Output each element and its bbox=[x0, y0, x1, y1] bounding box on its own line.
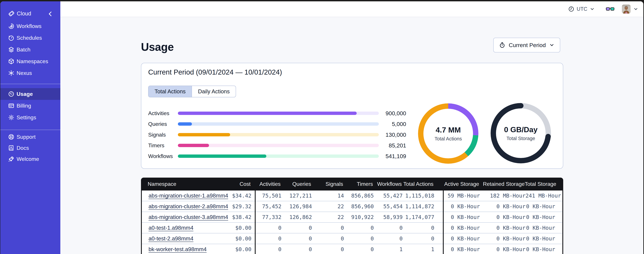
cell-retained_storage: 0 KB-Hour bbox=[480, 214, 526, 220]
cell-activities: 0 bbox=[252, 236, 282, 242]
cell-total_storage: 0 KB-Hour bbox=[526, 246, 555, 252]
cell-signals: 0 bbox=[312, 246, 344, 252]
cell-active_storage: 0 KB-Hour bbox=[434, 214, 480, 220]
cell-total_actions: 1,174,077 bbox=[403, 214, 434, 220]
cell-signals: 14 bbox=[312, 192, 344, 199]
sidebar-item-label: Nexus bbox=[16, 70, 32, 76]
namespace-link[interactable]: abs-migration-cluster-3.a98mm4 bbox=[142, 214, 219, 220]
page-title: Usage bbox=[141, 40, 174, 53]
sidebar-item-welcome[interactable]: Welcome bbox=[0, 154, 60, 164]
cell-signals: 22 bbox=[312, 203, 344, 210]
cell-workflows: 1 bbox=[374, 246, 403, 252]
namespace-link[interactable]: a0-test-2.a98mm4 bbox=[142, 236, 219, 242]
bar-track bbox=[178, 144, 379, 147]
cell-queries: 126,862 bbox=[282, 214, 312, 220]
table-section-divider bbox=[443, 190, 444, 254]
sidebar-item-namespaces[interactable]: Namespaces bbox=[0, 56, 60, 67]
column-header: Activities bbox=[250, 181, 280, 187]
sidebar-item-label: Schedules bbox=[16, 35, 42, 41]
sidebar-item-docs[interactable]: Docs bbox=[0, 142, 60, 154]
cell-retained_storage: 0 KB-Hour bbox=[480, 203, 526, 210]
cell-activities: 0 bbox=[252, 246, 282, 252]
donut-arc-cap bbox=[518, 103, 524, 108]
sidebar-item-label: Settings bbox=[16, 114, 36, 121]
sidebar-item-workflows[interactable]: Workflows bbox=[0, 20, 60, 32]
bar-track bbox=[178, 133, 379, 136]
table-row: a0-test-1.a98mm4$0.000000000 KB-Hour0 KB… bbox=[142, 223, 562, 234]
sidebar-main-nav: Workflows Schedules Batch bbox=[0, 20, 60, 79]
cell-queries: 127,211 bbox=[282, 192, 312, 199]
actions-view-tabs: Total Actions Daily Actions bbox=[148, 86, 236, 97]
cell-total_storage: 0 KB-Hour bbox=[526, 236, 555, 242]
column-header: Cost bbox=[218, 181, 250, 187]
avatar bbox=[622, 4, 630, 14]
usage-summary-card: Current Period (09/01/2024 — 10/01/2024)… bbox=[141, 63, 563, 169]
brand-label: Cloud bbox=[17, 10, 31, 17]
donut-value: 0 GB/Day bbox=[504, 125, 538, 134]
namespace-link[interactable]: abs-migration-cluster-2.a98mm4 bbox=[142, 203, 219, 210]
timezone-label: UTC bbox=[576, 6, 587, 12]
cell-workflows: 55,454 bbox=[374, 203, 403, 210]
column-header: Workflows bbox=[373, 181, 402, 187]
chevron-down-icon bbox=[633, 6, 638, 12]
cell-queries: 126,984 bbox=[282, 203, 312, 210]
cell-timers: 0 bbox=[344, 246, 374, 252]
sidebar-item-nexus[interactable]: Nexus bbox=[0, 67, 60, 79]
tab-total-actions[interactable]: Total Actions bbox=[148, 86, 192, 97]
cell-total_storage: 0 KB-Hour bbox=[526, 225, 555, 231]
nexus-asterisk-icon bbox=[8, 70, 14, 76]
sidebar-item-billing[interactable]: Billing bbox=[0, 100, 60, 112]
cell-active_storage: 0 KB-Hour bbox=[434, 246, 480, 252]
sidebar-item-label: Welcome bbox=[16, 156, 39, 162]
bar-label: Activities bbox=[148, 110, 178, 116]
app-window: Cloud Workflows Schedul bbox=[0, 1, 643, 254]
bar-track bbox=[178, 154, 379, 158]
sidebar-account-nav: Usage Billing Settings bbox=[0, 88, 60, 123]
sidebar-item-usage[interactable]: Usage bbox=[0, 88, 60, 100]
sidebar-item-label: Support bbox=[16, 134, 36, 140]
actions-bar-chart: Activities 900,000 Queries 5,000 Signals… bbox=[148, 108, 406, 162]
cell-total_storage: 241 MB-Hour bbox=[526, 192, 555, 199]
bar-value: 5,000 bbox=[379, 121, 406, 127]
nerd-glasses-button[interactable] bbox=[606, 6, 615, 12]
tab-daily-actions[interactable]: Daily Actions bbox=[192, 86, 236, 97]
donut-arc-cap bbox=[546, 134, 551, 139]
timezone-selector[interactable]: UTC bbox=[568, 6, 595, 12]
cell-timers: 0 bbox=[344, 236, 374, 242]
cell-timers: 856,960 bbox=[344, 203, 374, 210]
cell-active_storage: 59 MB-Hour bbox=[434, 192, 480, 199]
bar-label: Workflows bbox=[148, 153, 178, 159]
bar-value: 900,000 bbox=[379, 110, 406, 116]
cell-total_actions: 1,114,872 bbox=[403, 203, 434, 210]
donut-center: 0 GB/Day Total Storage bbox=[496, 108, 546, 158]
namespace-link[interactable]: a0-test-1.a98mm4 bbox=[142, 225, 219, 231]
cell-timers: 0 bbox=[344, 225, 374, 231]
period-selector-button[interactable]: Current Period bbox=[493, 38, 560, 52]
sidebar-item-label: Usage bbox=[16, 91, 33, 97]
cell-retained_storage: 182 MB-Hour bbox=[480, 192, 526, 199]
sidebar-item-support[interactable]: Support bbox=[0, 131, 60, 142]
card-title: Current Period (09/01/2024 — 10/01/2024) bbox=[148, 68, 282, 76]
namespaces-cube-icon bbox=[8, 58, 14, 64]
column-header: Total Storage bbox=[525, 181, 554, 187]
sidebar-item-label: Docs bbox=[16, 145, 29, 151]
workflows-icon bbox=[8, 23, 14, 29]
docs-book-icon bbox=[8, 145, 14, 151]
user-menu[interactable] bbox=[622, 4, 638, 14]
cell-workflows: 55,427 bbox=[374, 192, 403, 199]
bar-fill bbox=[178, 154, 266, 158]
sidebar-item-settings[interactable]: Settings bbox=[0, 112, 60, 123]
namespace-link[interactable]: abs-migration-cluster-1.a98mm4 bbox=[142, 192, 219, 199]
cell-retained_storage: 0 KB-Hour bbox=[480, 246, 526, 252]
namespace-link[interactable]: bk-worker-test.a98mm4 bbox=[142, 246, 219, 252]
column-header: Namespace bbox=[141, 181, 218, 187]
sidebar-item-batch[interactable]: Batch bbox=[0, 44, 60, 56]
collapse-sidebar-icon[interactable] bbox=[47, 10, 54, 17]
bar-value: 130,000 bbox=[379, 132, 406, 138]
sidebar-item-schedules[interactable]: Schedules bbox=[0, 32, 60, 44]
table-row: abs-migration-cluster-3.a98mm4$38.4277,3… bbox=[142, 212, 562, 223]
clock-icon bbox=[568, 6, 574, 12]
cell-workflows: 0 bbox=[374, 236, 403, 242]
bar-row-activities: Activities 900,000 bbox=[148, 108, 406, 118]
cell-total_storage: 0 KB-Hour bbox=[526, 214, 555, 220]
